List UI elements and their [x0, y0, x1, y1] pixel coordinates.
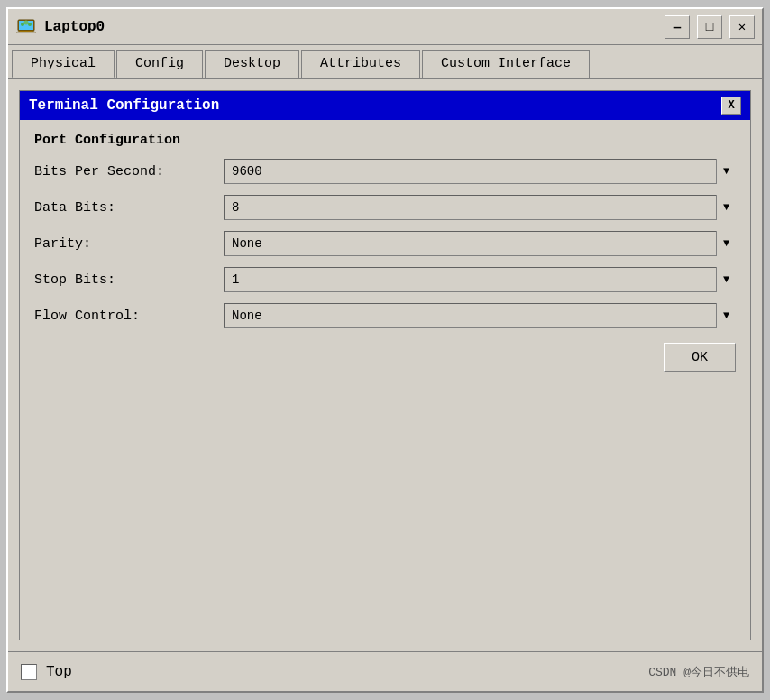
maximize-button[interactable]: □ — [697, 15, 722, 39]
main-window: Laptop0 — □ ✕ Physical Config Desktop At… — [6, 7, 764, 693]
tab-physical[interactable]: Physical — [12, 50, 115, 78]
tab-desktop[interactable]: Desktop — [205, 50, 299, 78]
flow-control-select[interactable]: None Xon/Xoff Hardware — [224, 303, 736, 328]
top-label: Top — [46, 664, 72, 680]
data-bits-row: Data Bits: 8 5 6 7 ▼ — [34, 195, 736, 220]
flow-control-row: Flow Control: None Xon/Xoff Hardware ▼ — [34, 303, 736, 328]
data-bits-select[interactable]: 8 5 6 7 — [224, 195, 736, 220]
tab-attributes[interactable]: Attributes — [301, 50, 420, 78]
title-bar: Laptop0 — □ ✕ — [8, 9, 762, 45]
bits-per-second-wrapper: 9600 300 1200 2400 4800 19200 38400 5760… — [224, 159, 736, 184]
close-button[interactable]: ✕ — [729, 15, 755, 39]
bits-per-second-select[interactable]: 9600 300 1200 2400 4800 19200 38400 5760… — [224, 159, 736, 184]
data-bits-label: Data Bits: — [34, 200, 215, 216]
tab-bar: Physical Config Desktop Attributes Custo… — [8, 45, 762, 79]
stop-bits-wrapper: 1 1.5 2 ▼ — [224, 267, 736, 292]
tab-config[interactable]: Config — [116, 50, 203, 78]
parity-label: Parity: — [34, 236, 215, 252]
top-checkbox[interactable] — [21, 664, 37, 680]
parity-wrapper: None Even Odd Mark Space ▼ — [224, 231, 736, 256]
section-title: Port Configuration — [34, 133, 736, 148]
tab-custom-interface[interactable]: Custom Interface — [422, 50, 590, 78]
flow-control-label: Flow Control: — [34, 309, 215, 324]
content-area: Terminal Configuration X Port Configurat… — [8, 79, 762, 651]
data-bits-wrapper: 8 5 6 7 ▼ — [224, 195, 736, 220]
bits-per-second-row: Bits Per Second: 9600 300 1200 2400 4800… — [34, 159, 736, 184]
ok-button[interactable]: OK — [664, 343, 736, 372]
panel-body: Port Configuration Bits Per Second: 9600… — [20, 120, 750, 384]
window-title: Laptop0 — [44, 19, 105, 35]
title-bar-buttons: — □ ✕ — [665, 15, 755, 39]
stop-bits-label: Stop Bits: — [34, 272, 215, 288]
panel-header: Terminal Configuration X — [20, 91, 750, 120]
stop-bits-select[interactable]: 1 1.5 2 — [224, 267, 736, 292]
panel-close-button[interactable]: X — [721, 97, 741, 115]
svg-point-3 — [24, 20, 29, 24]
parity-select[interactable]: None Even Odd Mark Space — [224, 231, 736, 256]
ok-row: OK — [34, 343, 736, 372]
flow-control-wrapper: None Xon/Xoff Hardware ▼ — [224, 303, 736, 328]
minimize-button[interactable]: — — [665, 15, 690, 39]
parity-row: Parity: None Even Odd Mark Space ▼ — [34, 231, 736, 256]
svg-point-4 — [28, 23, 32, 26]
title-bar-left: Laptop0 — [15, 16, 105, 38]
bottom-bar: Top CSDN @今日不供电 — [8, 651, 762, 691]
watermark: CSDN @今日不供电 — [648, 664, 749, 680]
svg-point-2 — [21, 23, 24, 26]
laptop-icon — [15, 16, 37, 38]
terminal-configuration-panel: Terminal Configuration X Port Configurat… — [19, 90, 751, 640]
stop-bits-row: Stop Bits: 1 1.5 2 ▼ — [34, 267, 736, 292]
bits-per-second-label: Bits Per Second: — [34, 164, 215, 180]
bottom-left: Top — [21, 664, 72, 680]
panel-title: Terminal Configuration — [29, 97, 219, 114]
